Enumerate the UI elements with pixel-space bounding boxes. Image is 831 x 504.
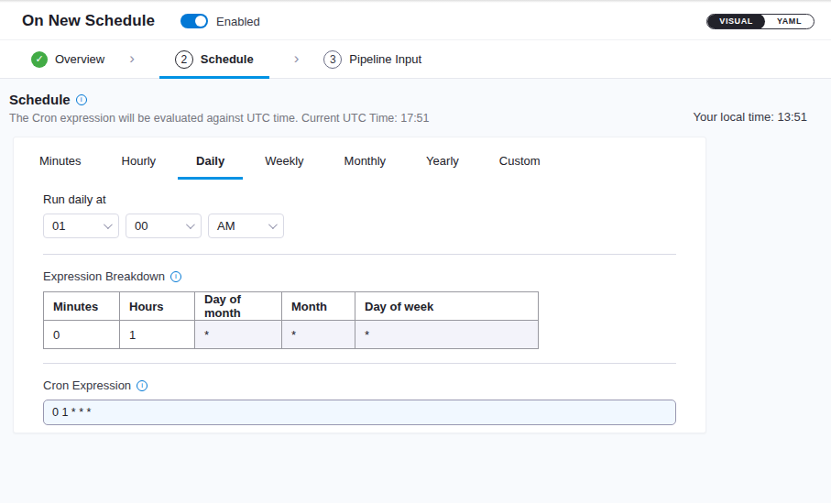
expression-breakdown-table: Minutes Hours Day of month Month Day of … bbox=[43, 291, 539, 349]
hour-select[interactable]: 01 bbox=[43, 214, 119, 238]
tab-minutes[interactable]: Minutes bbox=[39, 152, 82, 180]
tab-yearly[interactable]: Yearly bbox=[426, 152, 459, 180]
cron-expression-label-row: Cron Expression i bbox=[43, 378, 705, 392]
cell-minutes: 0 bbox=[44, 321, 120, 349]
cell-month: * bbox=[282, 321, 355, 349]
divider bbox=[43, 363, 676, 364]
yaml-mode-button[interactable]: YAML bbox=[765, 14, 814, 29]
col-day-of-week: Day of week bbox=[355, 292, 539, 321]
table-row: 0 1 * * * bbox=[44, 321, 539, 349]
utc-time-description: The Cron expression will be evaluated ag… bbox=[9, 112, 430, 125]
schedule-section-header: Schedule i The Cron expression will be e… bbox=[9, 92, 807, 125]
main-content: Schedule i The Cron expression will be e… bbox=[0, 79, 831, 503]
step-overview[interactable]: ✓ Overview bbox=[31, 40, 104, 78]
ampm-select-value: AM bbox=[217, 219, 235, 233]
col-month: Month bbox=[282, 292, 355, 321]
cron-expression-label: Cron Expression bbox=[43, 378, 131, 392]
step-number-badge: 2 bbox=[175, 50, 193, 69]
visual-mode-button[interactable]: VISUAL bbox=[707, 14, 765, 29]
info-icon[interactable]: i bbox=[76, 94, 87, 105]
minute-select[interactable]: 00 bbox=[126, 214, 202, 238]
col-hours: Hours bbox=[120, 292, 195, 321]
step-schedule-label: Schedule bbox=[201, 52, 254, 66]
info-icon[interactable]: i bbox=[170, 271, 181, 282]
caret-down-icon bbox=[186, 220, 195, 229]
view-mode-switch: VISUAL YAML bbox=[706, 14, 815, 29]
cron-expression-input[interactable]: 0 1 * * * bbox=[43, 400, 676, 425]
local-time-text: Your local time: 13:51 bbox=[693, 110, 807, 124]
chevron-right-icon: › bbox=[294, 50, 300, 69]
schedule-heading: Schedule i bbox=[9, 92, 430, 107]
tab-hourly[interactable]: Hourly bbox=[122, 152, 157, 180]
info-icon[interactable]: i bbox=[137, 380, 148, 391]
expression-breakdown-label: Expression Breakdown bbox=[43, 269, 165, 283]
schedule-heading-text: Schedule bbox=[9, 92, 71, 107]
tab-daily[interactable]: Daily bbox=[178, 152, 243, 180]
tab-weekly[interactable]: Weekly bbox=[265, 152, 303, 180]
time-selects: 01 00 AM bbox=[43, 214, 705, 238]
enabled-toggle-label: Enabled bbox=[216, 15, 260, 28]
col-day-of-month: Day of month bbox=[195, 292, 282, 321]
table-header-row: Minutes Hours Day of month Month Day of … bbox=[44, 292, 539, 321]
minute-select-value: 00 bbox=[135, 219, 148, 233]
page-header: On New Schedule Enabled VISUAL YAML bbox=[0, 3, 831, 39]
check-icon: ✓ bbox=[31, 51, 48, 68]
tab-custom[interactable]: Custom bbox=[499, 152, 541, 180]
run-daily-at-label: Run daily at bbox=[43, 192, 705, 206]
expression-breakdown-label-row: Expression Breakdown i bbox=[43, 269, 705, 283]
schedule-card: Minutes Hourly Daily Weekly Monthly Year… bbox=[13, 137, 706, 433]
ampm-select[interactable]: AM bbox=[208, 214, 284, 238]
cron-expression-value: 0 1 * * * bbox=[52, 406, 91, 419]
step-overview-label: Overview bbox=[55, 52, 104, 66]
chevron-right-icon: › bbox=[129, 50, 135, 69]
step-schedule[interactable]: 2 Schedule bbox=[159, 40, 269, 78]
step-pipeline-input[interactable]: 3 Pipeline Input bbox=[323, 40, 421, 78]
caret-down-icon bbox=[268, 220, 278, 229]
hour-select-value: 01 bbox=[52, 219, 65, 233]
toggle-knob-icon bbox=[195, 16, 206, 27]
tab-monthly[interactable]: Monthly bbox=[344, 152, 387, 180]
wizard-stepper: ✓ Overview › 2 Schedule › 3 Pipeline Inp… bbox=[0, 39, 831, 79]
step-pipeline-input-label: Pipeline Input bbox=[349, 52, 421, 66]
divider bbox=[43, 254, 676, 255]
page-title: On New Schedule bbox=[22, 12, 155, 30]
cell-day-of-week: * bbox=[355, 321, 539, 349]
col-minutes: Minutes bbox=[44, 292, 120, 321]
frequency-tabs: Minutes Hourly Daily Weekly Monthly Year… bbox=[14, 137, 705, 180]
cell-day-of-month: * bbox=[195, 321, 282, 349]
caret-down-icon bbox=[104, 220, 113, 229]
cell-hours: 1 bbox=[120, 321, 195, 349]
step-number-badge: 3 bbox=[323, 50, 342, 69]
enabled-toggle[interactable] bbox=[180, 14, 208, 28]
